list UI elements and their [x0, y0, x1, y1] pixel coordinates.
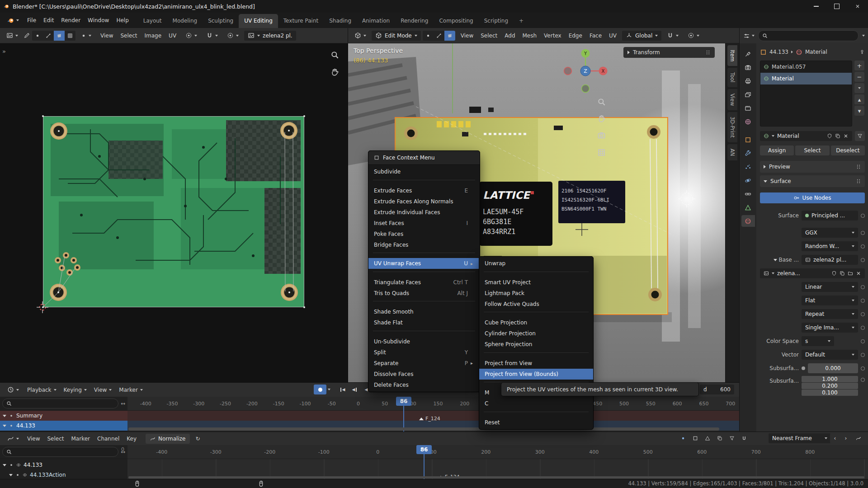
- breadcrumb-data[interactable]: Material: [805, 49, 827, 55]
- menu-item[interactable]: Poke Faces: [368, 229, 480, 239]
- tab-object[interactable]: [741, 134, 755, 145]
- menu-item[interactable]: Separate P ▸: [368, 358, 480, 369]
- source-dropdown[interactable]: Single Ima...: [802, 323, 858, 333]
- menu-button[interactable]: View: [90, 385, 115, 395]
- menu-button[interactable]: View: [97, 31, 117, 41]
- animate-dot[interactable]: [861, 312, 865, 316]
- tab-scene[interactable]: [741, 102, 755, 114]
- menu-item[interactable]: Shade Smooth: [368, 306, 480, 317]
- channel-row[interactable]: 44.133: [0, 460, 127, 470]
- menu-item[interactable]: Shade Flat: [368, 317, 480, 328]
- menu-item[interactable]: Triangulate Faces Ctrl T: [368, 277, 480, 288]
- channel-filter-input[interactable]: [2, 447, 118, 457]
- slot-specials-button[interactable]: [854, 83, 864, 93]
- uv-image-selector[interactable]: zelena2 pl.: [244, 31, 296, 41]
- pan-hand-icon[interactable]: [330, 68, 340, 77]
- menu-button[interactable]: Channel: [94, 434, 123, 444]
- zoom-icon[interactable]: [597, 98, 606, 107]
- frame-end-field[interactable]: d 600: [700, 385, 734, 394]
- snap-button[interactable]: [203, 30, 222, 41]
- color-space-dropdown[interactable]: s: [802, 336, 834, 346]
- timeline-marker[interactable]: F_124: [419, 416, 440, 422]
- previous-keyframe-button[interactable]: ◀: [349, 385, 360, 394]
- graph-curve-area[interactable]: -400-300-200-100010020030040050060070080…: [127, 445, 868, 479]
- next-arrow-button[interactable]: ›: [841, 433, 851, 443]
- tab-render[interactable]: [741, 61, 755, 73]
- auto-normalize-refresh-button[interactable]: ↻: [193, 434, 203, 444]
- move-slot-down-button[interactable]: ▾: [854, 106, 864, 116]
- radius-value[interactable]: 0.100: [802, 389, 858, 396]
- tab-view-layer[interactable]: [741, 89, 755, 100]
- ortho-grid-icon[interactable]: [597, 148, 606, 157]
- menu-item[interactable]: Tris to Quads Alt J: [368, 288, 480, 299]
- menu-button[interactable]: File: [24, 15, 40, 25]
- menu-button[interactable]: View: [457, 31, 477, 41]
- collapse-icon[interactable]: [774, 259, 777, 261]
- zoom-icon[interactable]: [330, 51, 340, 60]
- fake-user-shield-icon[interactable]: [827, 133, 832, 139]
- surface-shader-field[interactable]: Principled ...: [802, 211, 858, 221]
- sidebar-tab[interactable]: Item: [727, 45, 737, 66]
- vertex-select-button[interactable]: [423, 31, 434, 41]
- material-slot[interactable]: Material.057: [760, 61, 852, 73]
- sidebar-tab[interactable]: View: [727, 89, 737, 110]
- pen-icon[interactable]: [24, 32, 30, 39]
- vector-dropdown[interactable]: Default: [802, 350, 858, 360]
- funnel-filter-icon[interactable]: [727, 433, 737, 443]
- use-nodes-button[interactable]: Use Nodes: [760, 192, 865, 203]
- menu-item[interactable]: Un-Subdivide: [368, 336, 480, 347]
- animate-dot[interactable]: [861, 214, 865, 218]
- unlink-icon[interactable]: [843, 133, 849, 139]
- distribution-dropdown[interactable]: GGX: [802, 228, 858, 238]
- workspace-tab[interactable]: +: [514, 14, 529, 28]
- workspace-tab[interactable]: Shading: [324, 14, 357, 28]
- properties-search-input[interactable]: [758, 30, 859, 41]
- pin-icon[interactable]: [859, 49, 865, 55]
- animate-dot[interactable]: [861, 258, 865, 262]
- toolbar-toggle[interactable]: »: [2, 48, 6, 55]
- menu-item[interactable]: [479, 352, 593, 358]
- face-select-button[interactable]: [444, 31, 455, 41]
- editor-type-button[interactable]: [4, 433, 23, 444]
- menu-item[interactable]: [368, 253, 480, 258]
- keyframe-dot-icon[interactable]: [802, 366, 805, 370]
- menu-button[interactable]: Select: [477, 31, 501, 41]
- menu-button[interactable]: Edge: [565, 31, 586, 41]
- menu-item[interactable]: Reset: [479, 417, 593, 428]
- edge-select-button[interactable]: [434, 31, 444, 41]
- sidebar-tab[interactable]: 3D-Print: [727, 112, 737, 142]
- menu-button[interactable]: UV: [165, 31, 180, 41]
- uv-canvas[interactable]: [0, 43, 348, 382]
- animate-dot[interactable]: [861, 285, 865, 289]
- pan-hand-icon[interactable]: [597, 114, 606, 123]
- deselect-button[interactable]: Deselect: [831, 145, 865, 155]
- subsurface-value[interactable]: 0.000: [808, 363, 858, 373]
- uv-vertex-select-button[interactable]: [32, 31, 43, 41]
- pivot-button[interactable]: [182, 30, 201, 41]
- menu-button[interactable]: Image: [141, 31, 165, 41]
- fake-user-shield-icon[interactable]: [831, 271, 837, 276]
- horizontal-scrollbar[interactable]: [128, 427, 719, 431]
- auto-keyframe-button[interactable]: [314, 385, 326, 394]
- sidebar-tab[interactable]: AN: [727, 144, 737, 160]
- workspace-tab[interactable]: Scripting: [479, 14, 514, 28]
- select-button[interactable]: Select: [795, 145, 829, 155]
- menu-button[interactable]: UV: [605, 31, 620, 41]
- tab-physics[interactable]: [741, 174, 755, 186]
- snap-magnet-icon[interactable]: [739, 433, 749, 443]
- preview-section-header[interactable]: Preview: [760, 161, 865, 173]
- menu-item[interactable]: Cube Projection: [479, 317, 593, 328]
- eye-icon[interactable]: [23, 473, 27, 477]
- copy-icon[interactable]: [835, 133, 840, 139]
- toolbar-toggle[interactable]: «: [349, 47, 353, 54]
- mode-selector[interactable]: Edit Mode: [372, 31, 421, 41]
- only-selected-icon[interactable]: [678, 433, 688, 443]
- menu-button[interactable]: Add: [501, 31, 519, 41]
- workspace-tab[interactable]: Modeling: [167, 14, 203, 28]
- editor-type-button[interactable]: [743, 33, 755, 39]
- breadcrumb-object[interactable]: 44.133: [769, 49, 788, 55]
- add-slot-button[interactable]: +: [854, 61, 864, 70]
- material-slot[interactable]: Material: [760, 73, 852, 84]
- workspace-tab[interactable]: Animation: [357, 14, 395, 28]
- proportional-fcurve-button[interactable]: [854, 433, 863, 443]
